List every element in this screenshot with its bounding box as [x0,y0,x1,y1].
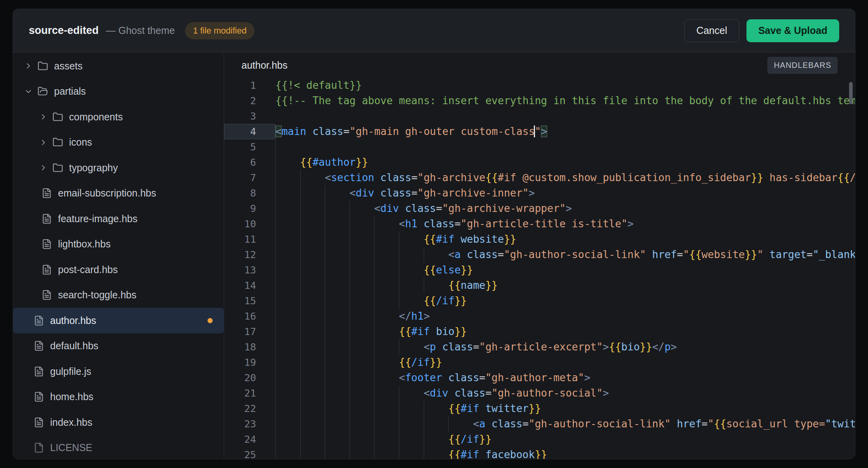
indent-guide [350,201,374,216]
code-line-8[interactable]: 8<div class="gh-archive-inner"> [224,185,855,201]
indent-guide [275,401,300,416]
code-line-10[interactable]: 10<h1 class="gh-article-title is-title"> [224,216,855,232]
indent-guide [300,201,325,216]
folder-icon [52,163,63,173]
indent-guide [350,339,374,355]
theme-title: source-edited [29,24,99,37]
indent-guide [325,293,350,309]
tree-item-gulpfile.js[interactable]: gulpfile.js [13,359,224,384]
indent-guide [399,247,424,262]
code-line-19[interactable]: 19{{/if}} [224,355,855,370]
tree-item-partials[interactable]: partials [13,79,224,105]
code-line-14[interactable]: 14{{name}} [224,278,855,293]
tree-item-post-card.hbs[interactable]: post-card.hbs [13,257,224,283]
chevron-down-icon[interactable] [24,87,33,96]
tree-item-typography[interactable]: typography [13,155,224,181]
indent-guide [424,416,449,432]
indent-guide [325,386,350,401]
files-modified-badge: 1 file modified [185,22,254,39]
indent-guide [399,278,424,293]
tree-item-lightbox.hbs[interactable]: lightbox.hbs [13,232,224,257]
indent-guide [424,432,449,447]
chevron-right-icon[interactable] [39,112,48,121]
tree-item-label: typography [69,162,118,174]
code-line-13[interactable]: 13{{else}} [224,262,855,278]
indent-guide [448,416,473,432]
file-icon [41,264,52,275]
indent-guide [325,232,350,247]
tree-item-LICENSE[interactable]: LICENSE [13,435,224,459]
folder-icon [52,137,63,148]
indent-guide [275,355,300,370]
file-icon [34,315,44,326]
code-line-2[interactable]: 2{{!-- The tag above means: insert every… [224,93,855,109]
code-line-16[interactable]: 16</h1> [224,309,855,324]
code-line-25[interactable]: 25{{#if facebook}} [224,447,855,459]
indent-guide [275,416,300,432]
indent-guide [350,355,374,370]
code-line-5[interactable]: 5 [224,139,855,155]
code-line-22[interactable]: 22{{#if twitter}} [224,401,855,416]
tree-item-index.hbs[interactable]: index.hbs [13,410,224,435]
indent-guide [275,309,300,324]
indent-guide [399,262,424,278]
tree-item-home.hbs[interactable]: home.hbs [13,384,224,410]
tree-item-assets[interactable]: assets [13,53,224,79]
indent-guide [325,401,350,416]
indent-guide [374,216,399,232]
tree-item-label: LICENSE [50,442,92,453]
chevron-right-icon[interactable] [39,163,48,172]
save-upload-button[interactable]: Save & Upload [746,19,839,42]
line-number: 8 [224,185,275,201]
tree-item-search-toggle.hbs[interactable]: search-toggle.hbs [13,283,224,308]
code-line-24[interactable]: 24{{/if}} [224,432,855,447]
cancel-button[interactable]: Cancel [684,19,739,42]
indent-guide [350,232,374,247]
code-area[interactable]: 1{{!< default}}2{{!-- The tag above mean… [224,78,855,459]
editor-scrollbar-thumb[interactable] [849,82,853,104]
indent-guide [300,247,325,262]
line-number: 1 [224,78,275,93]
tree-item-components[interactable]: components [13,104,224,130]
indent-guide [399,447,424,459]
code-line-12[interactable]: 12<a class="gh-author-social-link" href=… [224,247,855,262]
indent-guide [275,139,300,155]
tree-item-label: gulpfile.js [50,366,91,377]
code-line-1[interactable]: 1{{!< default}} [224,78,855,93]
indent-guide [374,232,399,247]
indent-guide [275,386,300,401]
indent-guide [399,386,424,401]
code-line-20[interactable]: 20<footer class="gh-author-meta"> [224,370,855,386]
code-line-7[interactable]: 7<section class="gh-archive{{#if @custom… [224,170,855,185]
tree-item-default.hbs[interactable]: default.hbs [13,333,224,359]
code-line-11[interactable]: 11{{#if website}} [224,232,855,247]
indent-guide [424,247,449,262]
code-line-6[interactable]: 6{{#author}} [224,155,855,170]
code-line-15[interactable]: 15{{/if}} [224,293,855,309]
indent-guide [374,309,399,324]
indent-guide [399,339,424,355]
chevron-right-icon[interactable] [24,62,33,70]
code-line-17[interactable]: 17{{#if bio}} [224,324,855,339]
code-line-4[interactable]: 4<main class="gh-main gh-outer custom-cl… [224,124,855,139]
indent-guide [300,262,325,278]
tree-item-icons[interactable]: icons [13,130,224,155]
theme-subtitle: — Ghost theme [106,25,175,36]
indent-guide [300,216,325,232]
line-number: 11 [224,232,275,247]
indent-guide [275,262,300,278]
tree-item-feature-image.hbs[interactable]: feature-image.hbs [13,206,224,232]
tree-item-author.hbs[interactable]: author.hbs [13,308,224,333]
indent-guide [325,201,350,216]
tree-item-email-subscription.hbs[interactable]: email-subscription.hbs [13,181,224,206]
chevron-right-icon[interactable] [39,138,48,147]
tree-item-label: feature-image.hbs [58,213,138,225]
code-line-18[interactable]: 18<p class="gh-article-excerpt">{{bio}}<… [224,339,855,355]
code-line-23[interactable]: 23<a class="gh-author-social-link" href=… [224,416,855,432]
indent-guide [275,447,300,459]
code-line-21[interactable]: 21<div class="gh-author-social"> [224,386,855,401]
editor-header: author.hbs HANDLEBARS [224,52,855,78]
code-line-9[interactable]: 9<div class="gh-archive-wrapper"> [224,201,855,216]
indent-guide [350,447,374,459]
code-line-3[interactable]: 3 [224,109,855,124]
